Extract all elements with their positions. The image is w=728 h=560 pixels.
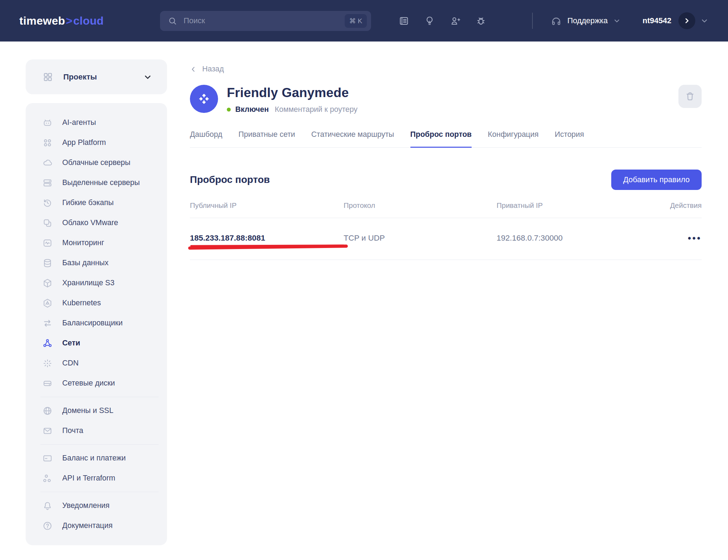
bell-icon [42,501,53,511]
cdn-icon [42,358,53,369]
load-balancer-icon [42,318,53,329]
bug-icon[interactable] [475,15,486,26]
projects-label: Проекты [63,72,97,82]
chevron-down-icon [700,17,709,25]
vmware-cloud-icon [42,218,53,228]
table-header-row: Публичный IP Протокол Приватный IP Дейст… [190,201,702,218]
trash-icon [684,91,696,102]
tab-history[interactable]: История [555,130,584,147]
brand-right: cloud [73,14,104,27]
column-header-public-ip: Публичный IP [190,201,344,210]
private-ip-value: 192.168.0.7:30000 [497,234,651,243]
search-icon [168,16,177,26]
networks-icon [42,338,53,349]
router-status-row: Включен Комментарий к роутеру [227,105,357,114]
sidebar-item-vmware[interactable]: Облако VMware [26,213,167,233]
sidebar-item-network-disks[interactable]: Сетевые диски [26,373,167,393]
chevron-down-icon [143,72,152,82]
backup-restore-icon [42,198,53,208]
tab-port-forwarding[interactable]: Проброс портов [410,130,472,147]
router-comment-link[interactable]: Комментарий к роутеру [275,105,357,114]
add-rule-button[interactable]: Добавить правило [611,170,702,190]
column-header-protocol: Протокол [344,201,497,210]
sidebar-item-s3-storage[interactable]: Хранилище S3 [26,273,167,293]
topbar: timeweb>cloud ⌘ K [0,0,728,42]
page-title: Friendly Ganymede [227,85,357,100]
lightbulb-icon[interactable] [424,15,435,26]
sidebar-item-cdn[interactable]: CDN [26,353,167,373]
sidebar-menu: AI-агенты App Platform Облачные сер [26,103,167,545]
sidebar-item-cloud-servers[interactable]: Облачные серверы [26,153,167,173]
news-icon[interactable] [398,15,409,26]
user-plus-icon[interactable] [450,15,461,26]
sidebar-item-notifications[interactable]: Уведомления [26,496,167,516]
avatar [678,12,695,29]
sidebar-item-balance[interactable]: Баланс и платежи [26,448,167,468]
tab-private-networks[interactable]: Приватные сети [238,130,295,147]
delete-router-button[interactable] [678,85,702,108]
account-menu[interactable]: nt94542 [643,12,709,29]
database-icon [42,258,53,268]
server-icon [42,178,53,188]
tab-dashboard[interactable]: Дашборд [190,130,222,147]
support-menu[interactable]: Поддержка [550,15,621,27]
tab-configuration[interactable]: Конфигурация [488,130,538,147]
router-icon [190,85,218,113]
projects-grid-icon [42,71,53,83]
sidebar: Проекты AI-агенты [26,59,167,545]
api-nodes-icon [42,473,53,484]
sidebar-item-kubernetes[interactable]: Kubernetes [26,293,167,313]
question-circle-icon [42,521,53,531]
topbar-icons [398,15,486,26]
brand-logo[interactable]: timeweb>cloud [19,14,104,27]
tab-static-routes[interactable]: Статические маршруты [311,130,394,147]
router-header: Friendly Ganymede Включен Комментарий к … [190,85,702,114]
topbar-divider [532,13,533,29]
search-input[interactable] [183,16,345,26]
port-forwarding-table: Публичный IP Протокол Приватный IP Дейст… [190,201,702,260]
topbar-right: Поддержка nt94542 [516,12,709,29]
mail-icon [42,426,53,436]
robot-icon [42,117,53,128]
sidebar-item-backups[interactable]: Гибкие бэкапы [26,193,167,213]
sidebar-item-networks[interactable]: Сети [26,333,167,353]
menu-divider [40,492,159,492]
projects-selector[interactable]: Проекты [26,59,167,94]
sidebar-item-dedicated-servers[interactable]: Выделенные серверы [26,173,167,193]
global-search[interactable]: ⌘ K [160,11,371,31]
router-tabs: Дашборд Приватные сети Статические маршр… [190,130,702,148]
menu-divider [40,397,159,397]
cloud-icon [42,158,53,168]
sidebar-item-docs[interactable]: Документация [26,516,167,536]
brand-arrow-icon: > [66,14,72,27]
status-label: Включен [235,105,269,114]
credit-card-icon [42,453,53,464]
globe-icon [42,406,53,416]
sidebar-item-app-platform[interactable]: App Platform [26,133,167,153]
sidebar-item-api-terraform[interactable]: API и Terraform [26,468,167,488]
sidebar-item-mail[interactable]: Почта [26,421,167,441]
headphones-icon [550,15,562,27]
row-actions-menu-button[interactable]: ••• [686,231,702,245]
router-title-block: Friendly Ganymede Включен Комментарий к … [227,85,357,114]
status-dot [227,108,231,112]
section-title: Проброс портов [190,174,270,185]
kubernetes-icon [42,298,53,308]
sidebar-item-monitoring[interactable]: Мониторинг [26,233,167,253]
sidebar-item-domains-ssl[interactable]: Домены и SSL [26,401,167,421]
app-platform-icon [42,138,53,148]
main-content: Назад Friendly Ganymede Включен Коммента… [167,42,728,260]
sidebar-item-balancers[interactable]: Балансировщики [26,313,167,333]
sidebar-item-ai-agents[interactable]: AI-агенты [26,113,167,133]
table-row: 185.233.187.88:8081 TCP и UDP 192.168.0.… [190,218,702,260]
search-shortcut-badge: ⌘ K [345,14,367,28]
brand-left: timeweb [19,14,65,27]
public-ip-value: 185.233.187.88:8081 [190,234,265,243]
sidebar-item-databases[interactable]: Базы данных [26,253,167,273]
column-header-private-ip: Приватный IP [497,201,651,210]
back-link[interactable]: Назад [190,65,224,74]
back-label: Назад [202,65,224,74]
section-header: Проброс портов Добавить правило [190,170,702,190]
support-label: Поддержка [567,16,608,25]
page-body: Проекты AI-агенты [0,42,728,545]
